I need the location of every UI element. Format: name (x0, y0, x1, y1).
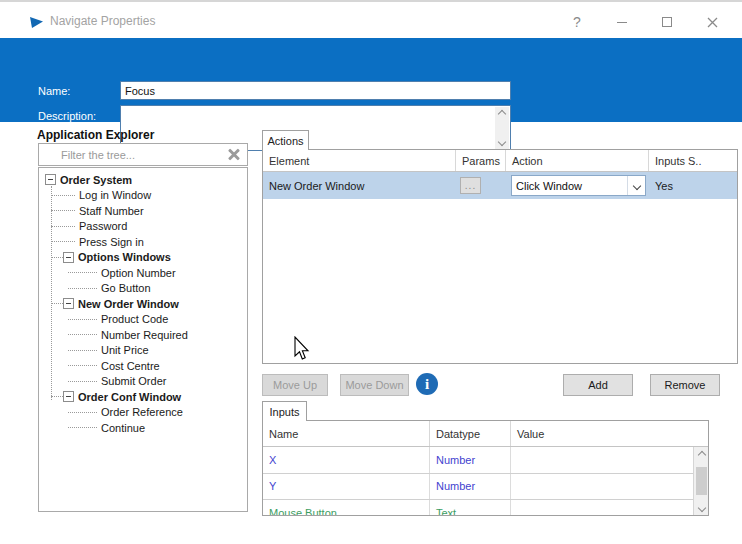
tree-item-label: Log in Window (79, 189, 151, 201)
tree-item-label: Staff Number (79, 205, 144, 217)
tree-connector (68, 358, 97, 366)
collapse-icon[interactable] (45, 174, 56, 185)
tree-item-label: Option Number (101, 267, 176, 279)
description-scrollbar[interactable] (495, 107, 509, 149)
tree-connector (68, 327, 97, 335)
column-header-action[interactable]: Action (506, 150, 649, 171)
column-header-value[interactable]: Value (511, 421, 708, 446)
tree-item-label: Go Button (101, 282, 151, 294)
tree-item-press-sign-in[interactable]: Press Sign in (39, 234, 247, 250)
tree-filter-input[interactable] (41, 146, 216, 163)
column-header-inputs-set[interactable]: Inputs S.. (649, 150, 737, 171)
window-title: Navigate Properties (50, 14, 155, 28)
input-row-mouse-button[interactable]: Mouse Button Text (263, 500, 708, 516)
maximize-icon (662, 17, 672, 27)
tree-item-label: Order Conf Window (78, 391, 181, 403)
tree-item-label: Order Reference (101, 406, 183, 418)
tree-item-label: Password (79, 220, 127, 232)
input-datatype-cell[interactable]: Number (430, 447, 511, 473)
remove-button[interactable]: Remove (650, 374, 720, 396)
input-name-cell[interactable]: Y (263, 474, 430, 500)
action-inputs-set-cell: Yes (649, 172, 737, 199)
properties-header: Name: Description: (0, 38, 742, 122)
tree-item-label: Number Required (101, 329, 188, 341)
info-icon[interactable]: i (416, 373, 438, 395)
input-name-cell[interactable]: X (263, 447, 430, 473)
tree-connector (51, 188, 75, 196)
tree-item-label: Continue (101, 422, 145, 434)
tree-item-options-windows[interactable]: Options Windows (39, 250, 247, 266)
name-input[interactable] (120, 81, 511, 100)
tree-connector (51, 219, 75, 227)
tree-item-label: Cost Centre (101, 360, 160, 372)
application-explorer-tree: Order SystemLog in WindowStaff NumberPas… (38, 167, 248, 512)
scroll-up-icon[interactable] (694, 447, 709, 462)
tree-item-staff-number[interactable]: Staff Number (39, 203, 247, 219)
tree-item-order-conf-window[interactable]: Order Conf Window (39, 389, 247, 405)
input-name-cell[interactable]: Mouse Button (263, 500, 430, 516)
tree-item-cost-centre[interactable]: Cost Centre (39, 358, 247, 374)
action-element-cell[interactable]: New Order Window (263, 172, 456, 199)
collapse-icon[interactable] (63, 391, 74, 402)
params-button[interactable]: ... (460, 177, 481, 194)
input-row-y[interactable]: Y Number (263, 474, 708, 501)
move-up-button[interactable]: Move Up (262, 374, 328, 396)
action-dropdown-value: Click Window (512, 180, 627, 192)
tab-inputs[interactable]: Inputs (262, 401, 307, 421)
action-params-cell: ... (456, 172, 506, 199)
action-row-selected[interactable]: New Order Window ... Click Window Yes (263, 172, 737, 199)
scroll-down-icon[interactable] (694, 500, 709, 515)
clear-filter-icon[interactable] (226, 146, 243, 163)
column-header-name[interactable]: Name (263, 421, 430, 446)
tree-connector (51, 203, 75, 211)
input-datatype-cell[interactable]: Number (430, 474, 511, 500)
column-header-element[interactable]: Element (263, 150, 456, 171)
collapse-icon[interactable] (63, 252, 74, 263)
inputs-scrollbar[interactable] (693, 447, 708, 515)
close-button[interactable] (697, 10, 727, 34)
tree-connector (68, 312, 97, 320)
help-button[interactable]: ? (562, 10, 592, 34)
input-value-cell[interactable] (511, 447, 708, 473)
tree-connector (68, 405, 97, 413)
tree-item-log-in-window[interactable]: Log in Window (39, 188, 247, 204)
tree-item-submit-order[interactable]: Submit Order (39, 374, 247, 390)
tree-item-label: New Order Window (78, 298, 179, 310)
tree-connector (68, 374, 97, 382)
name-label: Name: (38, 85, 70, 97)
move-down-button[interactable]: Move Down (340, 374, 409, 396)
add-button[interactable]: Add (563, 374, 633, 396)
maximize-button[interactable] (652, 10, 682, 34)
tab-actions[interactable]: Actions (262, 130, 309, 150)
tree-item-order-system[interactable]: Order System (39, 172, 247, 188)
column-header-datatype[interactable]: Datatype (430, 421, 511, 446)
actions-table: Element Params Action Inputs S.. New Ord… (262, 149, 738, 364)
action-dropdown[interactable]: Click Window (511, 175, 646, 196)
tree-item-option-number[interactable]: Option Number (39, 265, 247, 281)
input-datatype-cell[interactable]: Text (430, 500, 511, 516)
tree-item-go-button[interactable]: Go Button (39, 281, 247, 297)
description-label: Description: (38, 110, 96, 122)
chevron-down-icon (632, 181, 640, 189)
tree-connector (68, 265, 97, 273)
tree-item-unit-price[interactable]: Unit Price (39, 343, 247, 359)
column-header-params[interactable]: Params (456, 150, 506, 171)
tree-item-continue[interactable]: Continue (39, 420, 247, 436)
tree-item-password[interactable]: Password (39, 219, 247, 235)
collapse-icon[interactable] (63, 298, 74, 309)
tree-item-new-order-window[interactable]: New Order Window (39, 296, 247, 312)
input-value-cell[interactable] (511, 500, 708, 516)
tree-item-number-required[interactable]: Number Required (39, 327, 247, 343)
dropdown-button[interactable] (627, 176, 645, 195)
tree-item-label: Product Code (101, 313, 168, 325)
tree-connector (51, 250, 63, 258)
input-value-cell[interactable] (511, 474, 708, 500)
scroll-up-icon[interactable] (498, 110, 506, 118)
scrollbar-thumb[interactable] (696, 467, 707, 495)
minimize-button[interactable] (607, 10, 637, 34)
tree-item-order-reference[interactable]: Order Reference (39, 405, 247, 421)
tree-connector (51, 389, 63, 397)
scroll-down-icon[interactable] (498, 138, 506, 146)
tree-item-product-code[interactable]: Product Code (39, 312, 247, 328)
input-row-x[interactable]: X Number (263, 447, 708, 474)
